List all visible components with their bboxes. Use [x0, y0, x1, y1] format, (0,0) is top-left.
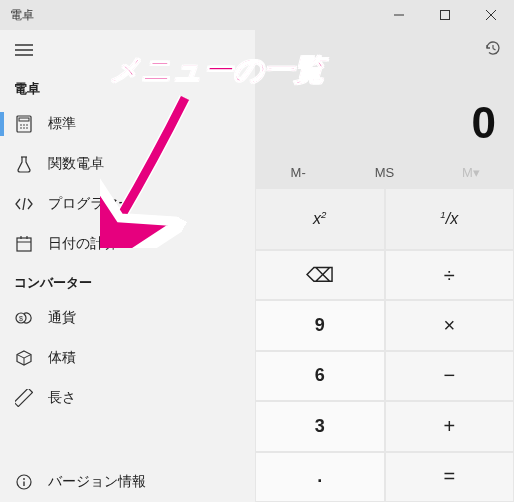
title-bar: 電卓 — [0, 0, 514, 30]
nav-item-date[interactable]: 日付の計算 — [0, 224, 255, 264]
btn-divide[interactable]: ÷ — [385, 250, 515, 300]
svg-line-28 — [493, 49, 496, 51]
calculator-panel: 0 M- MS M▾ x2 1/x ⌫ ÷ 9 × 6 − 3 + . = — [255, 30, 514, 502]
currency-icon: $ — [14, 308, 34, 328]
section-header-calculator: 電卓 — [0, 70, 255, 104]
svg-rect-17 — [17, 238, 31, 251]
svg-point-14 — [26, 127, 28, 129]
svg-rect-8 — [19, 118, 29, 121]
nav-label: 標準 — [48, 115, 76, 133]
history-icon[interactable] — [484, 39, 502, 61]
minimize-button[interactable] — [376, 0, 422, 30]
ruler-icon — [14, 388, 34, 408]
nav-sidebar: 電卓 標準 関数電卓 プログラマー 日付の計算 コンバーター $ 通貨 体積 — [0, 30, 255, 502]
nav-item-scientific[interactable]: 関数電卓 — [0, 144, 255, 184]
nav-label: 通貨 — [48, 309, 76, 327]
svg-text:$: $ — [19, 315, 23, 322]
close-button[interactable] — [468, 0, 514, 30]
nav-label: バージョン情報 — [48, 473, 146, 491]
memory-row: M- MS M▾ — [255, 158, 514, 188]
nav-label: 長さ — [48, 389, 76, 407]
btn-backspace[interactable]: ⌫ — [255, 250, 385, 300]
btn-square[interactable]: x2 — [255, 188, 385, 250]
nav-item-currency[interactable]: $ 通貨 — [0, 298, 255, 338]
btn-subtract[interactable]: − — [385, 351, 515, 401]
calc-display: 0 — [255, 70, 514, 158]
btn-equals[interactable]: = — [385, 452, 515, 502]
maximize-button[interactable] — [422, 0, 468, 30]
btn-multiply[interactable]: × — [385, 300, 515, 350]
svg-point-13 — [23, 127, 25, 129]
svg-point-9 — [20, 124, 22, 126]
flask-icon — [14, 154, 34, 174]
svg-point-10 — [23, 124, 25, 126]
btn-dot[interactable]: . — [255, 452, 385, 502]
hamburger-button[interactable] — [0, 30, 48, 70]
calendar-icon — [14, 234, 34, 254]
window-controls — [376, 0, 514, 30]
info-icon — [14, 472, 34, 492]
nav-item-about[interactable]: バージョン情報 — [0, 462, 255, 502]
nav-label: プログラマー — [48, 195, 132, 213]
btn-3[interactable]: 3 — [255, 401, 385, 451]
svg-rect-1 — [441, 11, 450, 20]
btn-reciprocal[interactable]: 1/x — [385, 188, 515, 250]
svg-point-12 — [20, 127, 22, 129]
window-title: 電卓 — [10, 7, 34, 24]
btn-9[interactable]: 9 — [255, 300, 385, 350]
svg-line-16 — [23, 198, 25, 210]
mem-mlist: M▾ — [428, 158, 514, 188]
nav-label: 日付の計算 — [48, 235, 118, 253]
mem-mminus[interactable]: M- — [255, 158, 341, 188]
nav-label: 体積 — [48, 349, 76, 367]
svg-point-25 — [23, 478, 25, 480]
cube-icon — [14, 348, 34, 368]
code-icon — [14, 194, 34, 214]
svg-point-11 — [26, 124, 28, 126]
nav-item-standard[interactable]: 標準 — [0, 104, 255, 144]
nav-item-volume[interactable]: 体積 — [0, 338, 255, 378]
section-header-converter: コンバーター — [0, 264, 255, 298]
nav-label: 関数電卓 — [48, 155, 104, 173]
calculator-icon — [14, 114, 34, 134]
svg-rect-23 — [15, 389, 32, 407]
nav-item-length[interactable]: 長さ — [0, 378, 255, 418]
btn-6[interactable]: 6 — [255, 351, 385, 401]
btn-add[interactable]: + — [385, 401, 515, 451]
nav-item-programmer[interactable]: プログラマー — [0, 184, 255, 224]
mem-ms[interactable]: MS — [341, 158, 427, 188]
